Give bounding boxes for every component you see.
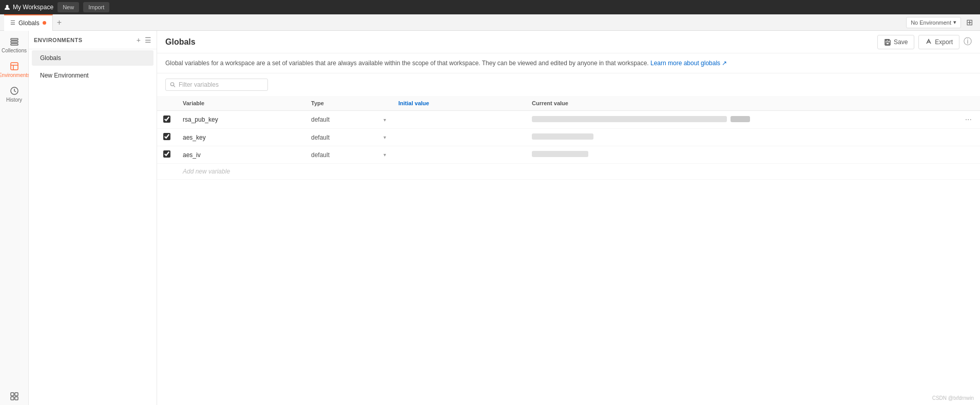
row2-type-select[interactable]: default ▾ [311, 134, 386, 141]
content-header-actions: Save Export ⓘ [877, 35, 972, 49]
environment-selector[interactable]: No Environment ▾ [906, 17, 961, 28]
page-title: Globals [165, 37, 196, 47]
add-variable-row: Add new variable [157, 164, 980, 180]
row1-type-cell: default ▾ [305, 111, 392, 129]
svg-rect-11 [15, 397, 18, 400]
row1-variable-name[interactable]: rsa_pub_key [177, 111, 305, 129]
row2-chevron-icon: ▾ [383, 134, 386, 140]
row3-type-cell: default ▾ [305, 146, 392, 164]
description-text: Global variables for a workspace are a s… [165, 60, 649, 67]
table-header: Variable Type Initial value Current valu… [157, 96, 980, 111]
tab-file-icon: ☰ [10, 20, 15, 26]
row1-more-options-button[interactable]: ··· [963, 115, 974, 124]
panel-header: Environments + ☰ [29, 31, 157, 49]
filter-variables-input[interactable] [179, 81, 263, 88]
info-button[interactable]: ⓘ [964, 35, 972, 49]
row2-current-value-blur [532, 133, 593, 140]
svg-rect-3 [11, 44, 18, 45]
row3-variable-name[interactable]: aes_iv [177, 146, 305, 164]
save-icon [884, 38, 891, 46]
add-variable-cell[interactable]: Add new variable [177, 164, 305, 180]
row2-type-label: default [311, 134, 330, 141]
row2-variable-name[interactable]: aes_key [177, 129, 305, 146]
row3-checkbox[interactable] [163, 150, 170, 158]
row3-initial-value[interactable] [392, 146, 526, 164]
content-header: Globals Save Export [157, 31, 980, 53]
col-header-actions [957, 96, 980, 111]
environments-panel: Environments + ☰ Globals New Environment [29, 31, 157, 405]
svg-rect-10 [11, 397, 14, 400]
row2-checkbox[interactable] [163, 133, 170, 140]
panel-header-actions: + ☰ [137, 36, 151, 44]
sidebar-environments-label: Environments [0, 72, 30, 78]
sidebar-history-label: History [6, 97, 22, 103]
add-row-initial [392, 164, 526, 180]
learn-more-link[interactable]: Learn more about globals ↗ [650, 60, 727, 67]
row3-current-value[interactable] [526, 146, 957, 164]
panel-item-globals[interactable]: Globals [32, 50, 153, 66]
export-icon [925, 38, 932, 46]
row3-type-select[interactable]: default ▾ [311, 151, 386, 159]
panel-item-new-environment[interactable]: New Environment [32, 68, 153, 83]
sidebar-item-collections[interactable]: Collections [0, 33, 28, 57]
panel-new-env-label: New Environment [40, 72, 89, 79]
chevron-down-icon: ▾ [953, 19, 956, 26]
row1-current-value-blur1 [532, 116, 727, 122]
sidebar-item-history[interactable]: History [0, 82, 28, 107]
row2-initial-value[interactable] [392, 129, 526, 146]
panel-title: Environments [34, 37, 83, 43]
row1-chevron-icon: ▾ [383, 117, 386, 123]
panel-menu-button[interactable]: ☰ [145, 36, 151, 44]
tab-bar: ☰ Globals + No Environment ▾ ⊞ [0, 14, 980, 31]
variables-table-wrapper: Variable Type Initial value Current valu… [157, 96, 980, 405]
row3-checkbox-cell [157, 146, 177, 164]
new-button[interactable]: New [57, 2, 79, 12]
row3-chevron-icon: ▾ [383, 152, 386, 158]
svg-rect-13 [886, 40, 889, 41]
svg-point-0 [6, 5, 9, 8]
table-row: aes_iv default ▾ [157, 146, 980, 164]
workspace-title: My Workspace [4, 4, 53, 11]
tab-label: Globals [18, 20, 40, 27]
col-header-initial-value: Initial value [392, 96, 526, 111]
widgets-icon [10, 392, 19, 401]
row1-checkbox-cell [157, 111, 177, 129]
sidebar-item-widgets[interactable] [0, 388, 28, 405]
learn-more-label: Learn more about globals [650, 60, 720, 67]
row1-checkbox[interactable] [163, 115, 170, 123]
row1-type-select[interactable]: default ▾ [311, 116, 386, 123]
svg-rect-2 [11, 41, 18, 43]
globals-tab[interactable]: ☰ Globals [4, 14, 53, 31]
add-row-type [305, 164, 392, 180]
row2-actions [957, 129, 980, 146]
row1-initial-value[interactable] [392, 111, 526, 129]
sidebar-item-environments[interactable]: Environments [0, 57, 28, 82]
col-header-variable: Variable [177, 96, 305, 111]
add-tab-button[interactable]: + [53, 18, 66, 27]
sidebar: Collections Environments History [0, 31, 29, 405]
environments-icon [10, 62, 19, 71]
row1-current-value[interactable] [526, 111, 957, 129]
env-select-label: No Environment [911, 20, 951, 26]
add-row-actions [957, 164, 980, 180]
add-row-current [526, 164, 957, 180]
export-label: Export [935, 38, 953, 46]
tab-bar-right: No Environment ▾ ⊞ [906, 16, 980, 28]
grid-view-button[interactable]: ⊞ [965, 16, 974, 28]
svg-rect-8 [11, 393, 14, 396]
row2-current-value[interactable] [526, 129, 957, 146]
row1-actions: ··· [957, 111, 980, 129]
save-label: Save [894, 38, 908, 46]
save-button[interactable]: Save [877, 35, 914, 49]
description-bar: Global variables for a workspace are a s… [157, 53, 980, 73]
export-button[interactable]: Export [918, 35, 959, 49]
svg-line-15 [174, 86, 175, 87]
table-row: rsa_pub_key default ▾ [157, 111, 980, 129]
svg-point-14 [170, 83, 174, 86]
import-button[interactable]: Import [83, 2, 109, 12]
table-body: rsa_pub_key default ▾ [157, 111, 980, 180]
row3-current-value-blur [532, 151, 588, 157]
add-environment-button[interactable]: + [137, 36, 141, 44]
row2-type-cell: default ▾ [305, 129, 392, 146]
svg-rect-12 [886, 43, 889, 45]
